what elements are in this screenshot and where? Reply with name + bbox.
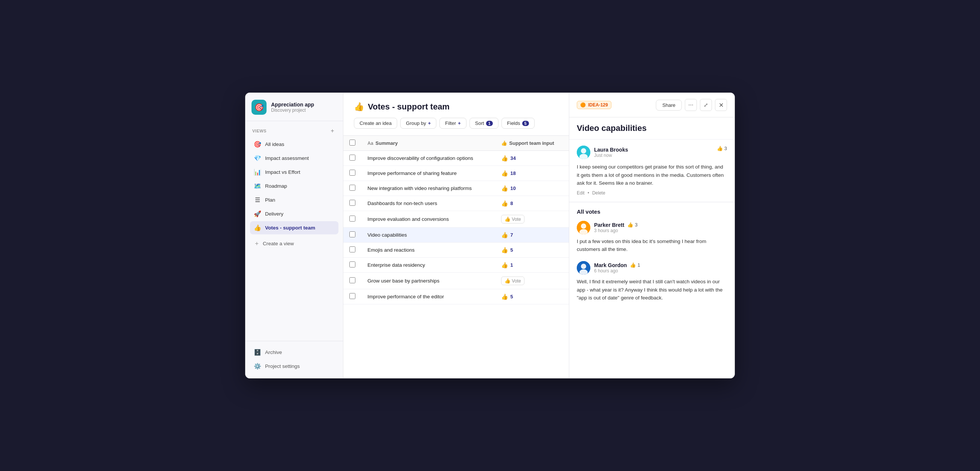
table-row: Improve evaluation and conversions👍Vote (344, 211, 569, 228)
sidebar-item-label: Impact vs Effort (265, 169, 301, 175)
project-settings-label: Project settings (265, 363, 300, 369)
row-checkbox[interactable] (349, 185, 355, 191)
row-checkbox[interactable] (349, 293, 355, 299)
create-idea-button[interactable]: Create an idea (354, 118, 397, 128)
filter-button[interactable]: Filter + (439, 118, 466, 128)
fields-label: Fields (507, 121, 520, 126)
group-by-plus: + (428, 121, 431, 126)
sidebar-item-impact-vs-effort[interactable]: 📊 Impact vs Effort (250, 165, 339, 179)
svg-point-1 (581, 148, 586, 154)
comment-header: Laura Brooks Just now 👍 3 (577, 146, 727, 159)
vote-count: 7 (511, 232, 513, 238)
share-button[interactable]: Share (656, 100, 682, 111)
fields-badge: 5 (522, 121, 529, 126)
vote-comment-1: I put a few votes on this idea bc it's s… (577, 237, 727, 254)
vote-button[interactable]: 👍Vote (501, 215, 525, 224)
more-options-button[interactable]: ··· (685, 99, 697, 111)
panel-actions: Share ··· ⤢ ✕ (656, 99, 727, 111)
main-content: 👍 Votes - support team Create an idea Gr… (344, 93, 569, 378)
vote-thumb-icon: 👍 (501, 155, 508, 162)
close-icon: ✕ (719, 101, 724, 109)
vote-entry-header-2: Mark Gordon 👍 1 6 hours ago (577, 261, 727, 274)
fields-button[interactable]: Fields 5 (501, 118, 535, 128)
row-summary[interactable]: Grow user base by partnerships (361, 273, 495, 289)
voter-name-2: Mark Gordon (594, 262, 627, 268)
voter-thumb-icon-1: 👍 (627, 222, 633, 228)
app-title: Appreciation app (271, 101, 314, 108)
group-by-button[interactable]: Group by + (400, 118, 436, 128)
votes-icon: 👍 (254, 224, 261, 232)
row-summary[interactable]: New integration with video resharing pla… (361, 181, 495, 196)
create-view-button[interactable]: ＋ Create a view (250, 236, 339, 251)
sidebar-item-votes-support-team[interactable]: 👍 Votes - support team (250, 221, 339, 235)
row-checkbox[interactable] (349, 232, 355, 237)
expand-button[interactable]: ⤢ (700, 99, 712, 111)
add-view-button[interactable]: + (329, 127, 336, 135)
row-summary[interactable]: Improve performance of sharing feature (361, 166, 495, 181)
close-button[interactable]: ✕ (715, 99, 727, 111)
row-summary[interactable]: Improve evaluation and conversions (361, 211, 495, 228)
create-view-plus-icon: ＋ (254, 239, 260, 247)
vote-thumb-icon: 👍 (501, 200, 508, 207)
edit-link[interactable]: Edit (577, 190, 585, 196)
vote-button[interactable]: 👍Vote (501, 276, 525, 285)
row-summary[interactable]: Enterprise data residency (361, 258, 495, 273)
sidebar-item-roadmap[interactable]: 🗺️ Roadmap (250, 179, 339, 193)
vote-thumb-icon: 👍 (501, 232, 508, 238)
ellipsis-icon: ··· (688, 101, 693, 108)
vote-count: 10 (511, 186, 516, 191)
row-votes: 👍10 (495, 181, 569, 196)
row-summary[interactable]: Dashboards for non-tech users (361, 196, 495, 211)
sidebar-nav-section: VIEWS + 🎯 All ideas 💎 Impact assessment … (245, 121, 343, 254)
sidebar-item-archive[interactable]: 🗄️ Archive (250, 346, 339, 359)
voter-votes-1: 👍 3 (627, 222, 637, 228)
thumb-icon: 👍 (717, 146, 723, 151)
sidebar-item-project-settings[interactable]: ⚙️ Project settings (250, 360, 339, 373)
svg-point-4 (581, 224, 586, 229)
sidebar-item-label: Roadmap (265, 183, 287, 189)
vote-entry-1: Parker Brett 👍 3 3 hours ago I put a few… (577, 221, 727, 254)
row-checkbox[interactable] (349, 277, 355, 283)
row-checkbox[interactable] (349, 155, 355, 161)
views-label: VIEWS (252, 128, 267, 133)
delete-link[interactable]: Delete (592, 190, 605, 196)
sidebar-item-label: All ideas (265, 141, 284, 147)
vote-entry-2: Mark Gordon 👍 1 6 hours ago Well, I find… (577, 261, 727, 302)
vote-thumb-icon: 👍 (501, 293, 508, 300)
row-votes: 👍Vote (495, 211, 569, 228)
panel-id-section: 🟠 IDEA-129 (577, 101, 611, 109)
row-checkbox[interactable] (349, 216, 355, 222)
table-row: New integration with video resharing pla… (344, 181, 569, 196)
row-checkbox[interactable] (349, 170, 355, 176)
comment-time: Just now (594, 153, 628, 158)
app-window: 🎯 Appreciation app Discovery project VIE… (245, 92, 735, 379)
row-summary[interactable]: Improve discoverability of configuration… (361, 151, 495, 166)
table-row: Emojis and reactions👍5 (344, 243, 569, 258)
select-all-checkbox[interactable] (349, 140, 355, 146)
row-votes: 👍5 (495, 289, 569, 304)
sidebar-item-all-ideas[interactable]: 🎯 All ideas (250, 138, 339, 151)
sidebar-item-delivery[interactable]: 🚀 Delivery (250, 207, 339, 220)
all-votes-title: All votes (577, 208, 727, 215)
impact-vs-effort-icon: 📊 (254, 168, 261, 176)
row-summary[interactable]: Emojis and reactions (361, 243, 495, 258)
voter-time-1: 3 hours ago (594, 228, 727, 233)
sidebar: 🎯 Appreciation app Discovery project VIE… (245, 93, 344, 378)
row-checkbox[interactable] (349, 246, 355, 252)
create-view-label: Create a view (263, 241, 294, 246)
sort-button[interactable]: Sort 1 (469, 118, 498, 128)
voter-avatar-2 (577, 261, 590, 274)
votes-column-header: 👍 Support team input (501, 140, 563, 146)
title-emoji: 👍 (354, 102, 364, 112)
row-summary[interactable]: Improve performance of the editor (361, 289, 495, 304)
vote-comment-2: Well, I find it extremely weird that I s… (577, 278, 727, 302)
row-checkbox[interactable] (349, 262, 355, 268)
app-subtitle: Discovery project (271, 108, 314, 113)
row-checkbox[interactable] (349, 200, 355, 206)
idea-id-icon: 🟠 (580, 102, 586, 108)
sidebar-item-plan[interactable]: ☰ Plan (250, 193, 339, 206)
sidebar-item-impact-assessment[interactable]: 💎 Impact assessment (250, 152, 339, 165)
vote-count: 1 (511, 262, 513, 268)
comment-user: Laura Brooks Just now (577, 146, 628, 159)
row-summary[interactable]: Video capabilities (361, 228, 495, 243)
